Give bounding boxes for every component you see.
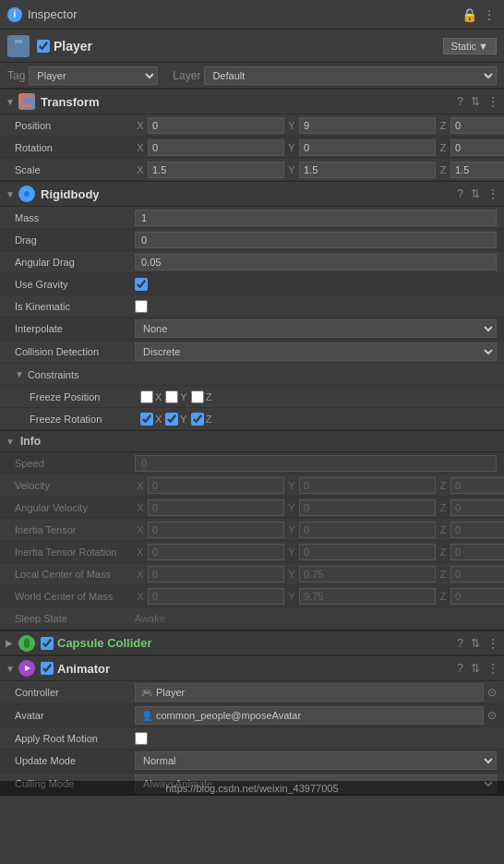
update-mode-label: Update Mode [15,755,135,766]
angular-velocity-row: Angular Velocity X Y Z [0,497,504,519]
menu-icon[interactable]: ⋮ [482,7,497,22]
animator-settings-icon[interactable]: ⇅ [471,662,480,675]
world-com-x[interactable] [148,588,284,605]
info-section-header[interactable]: ▼ Info [0,430,504,452]
lock-icon[interactable]: 🔒 [462,7,476,22]
velocity-x[interactable] [148,477,284,494]
capsule-collider-active[interactable] [41,637,54,650]
position-x[interactable] [148,117,284,134]
angular-velocity-z[interactable] [450,499,504,516]
scale-z[interactable] [450,162,504,178]
scale-x[interactable] [148,162,284,178]
animator-body: Controller 🎮 Player ⊙ Avatar 👤 common_pe… [0,681,504,796]
inertia-tensor-value: X Y Z [135,522,504,538]
rigidbody-help-icon[interactable]: ? [457,187,463,200]
update-mode-select[interactable]: Normal [135,751,497,770]
rotation-y[interactable] [299,139,436,156]
freeze-pos-y-cb[interactable] [165,390,178,403]
interpolate-select[interactable]: None [135,319,497,338]
velocity-y[interactable] [299,477,436,494]
local-center-mass-xyz: X Y Z [135,566,504,582]
freeze-rotation-label: Freeze Rotation [30,414,140,425]
scale-row: Scale X Y Z [0,159,504,181]
angular-velocity-x[interactable] [148,499,284,516]
inspector-title: Inspector [28,7,462,21]
rigidbody-header[interactable]: ▼ Rigidbody ? ⇅ ⋮ [0,181,504,207]
freeze-rot-y: Y [165,413,186,426]
collision-detection-select[interactable]: Discrete [135,342,497,361]
transform-help-icon[interactable]: ? [457,95,463,108]
local-com-x[interactable] [148,566,284,582]
freeze-position-items: X Y Z [140,390,211,403]
inertia-tensor-y[interactable] [299,522,436,538]
avatar-pick-icon[interactable]: ⊙ [487,709,497,722]
freeze-pos-z-cb[interactable] [191,390,204,403]
freeze-rot-y-cb[interactable] [165,413,178,426]
scale-y[interactable] [299,162,436,178]
rotation-x[interactable] [148,139,284,156]
controller-field[interactable]: 🎮 Player [135,683,484,702]
avatar-field[interactable]: 👤 common_people@mposeAvatar [135,706,484,725]
avatar-row: Avatar 👤 common_people@mposeAvatar ⊙ [0,704,504,727]
capsule-collider-header[interactable]: ▶ Capsule Collider ? ⇅ ⋮ [0,630,504,655]
inertia-tensor-rot-y[interactable] [299,544,436,560]
angular-drag-field[interactable] [135,254,497,270]
rotation-z[interactable] [450,139,504,156]
freeze-rot-x-cb[interactable] [140,413,153,426]
rigidbody-menu-icon[interactable]: ⋮ [487,187,498,200]
transform-body: Position X Y Z Rotation X Y [0,114,504,181]
controller-pick-icon[interactable]: ⊙ [487,686,497,699]
world-com-y[interactable] [299,588,436,605]
transform-header[interactable]: ▼ Transform ? ⇅ ⋮ [0,89,504,114]
velocity-z[interactable] [450,477,504,494]
static-button[interactable]: Static ▼ [443,38,497,54]
animator-active[interactable] [41,662,54,675]
angular-velocity-y[interactable] [299,499,436,516]
svg-rect-7 [24,639,30,648]
inertia-tensor-z[interactable] [450,522,504,538]
freeze-rot-z-cb[interactable] [191,413,204,426]
drag-row: Drag [0,229,504,251]
gameobject-active-checkbox[interactable] [37,40,50,53]
drag-value [135,232,497,248]
animator-help-icon[interactable]: ? [457,662,463,675]
inertia-tensor-rotation-value: X Y Z [135,544,504,560]
apply-root-motion-checkbox[interactable] [135,732,148,745]
sleep-state-row: Sleep State Awake [0,607,504,630]
inertia-tensor-rotation-label: Inertia Tensor Rotation [15,546,135,558]
use-gravity-checkbox[interactable] [135,278,148,291]
tag-select[interactable]: Player [29,66,158,85]
transform-icon [18,93,35,110]
local-com-z[interactable] [450,566,504,582]
position-y[interactable] [299,117,436,134]
capsule-settings-icon[interactable]: ⇅ [471,637,480,650]
inertia-tensor-rot-z[interactable] [450,544,504,560]
capsule-menu-icon[interactable]: ⋮ [487,637,498,650]
avatar-label: Avatar [15,710,135,721]
freeze-rotation-items: X Y Z [140,413,211,426]
gameobject-bar: Player Static ▼ [0,30,504,63]
rigidbody-arrow: ▼ [6,189,17,199]
drag-field[interactable] [135,232,497,248]
position-z[interactable] [450,117,504,134]
animator-header[interactable]: ▼ Animator ? ⇅ ⋮ [0,655,504,681]
transform-menu-icon[interactable]: ⋮ [487,95,498,108]
is-kinematic-checkbox[interactable] [135,300,148,313]
animator-menu-icon[interactable]: ⋮ [487,662,498,675]
transform-settings-icon[interactable]: ⇅ [471,95,480,108]
capsule-help-icon[interactable]: ? [457,637,463,650]
apply-root-motion-label: Apply Root Motion [15,733,135,744]
speed-field[interactable] [135,455,497,472]
freeze-pos-x-cb[interactable] [140,390,153,403]
mass-field[interactable] [135,210,497,226]
position-row: Position X Y Z [0,114,504,137]
constraints-header[interactable]: ▼ Constraints [0,364,504,386]
rigidbody-settings-icon[interactable]: ⇅ [471,187,480,200]
layer-select[interactable]: Default [204,66,497,85]
world-com-z[interactable] [450,588,504,605]
local-com-y[interactable] [299,566,436,582]
inertia-tensor-x[interactable] [148,522,284,538]
inertia-tensor-rot-x[interactable] [148,544,284,560]
apply-root-motion-value [135,732,497,745]
scale-label: Scale [15,164,135,175]
